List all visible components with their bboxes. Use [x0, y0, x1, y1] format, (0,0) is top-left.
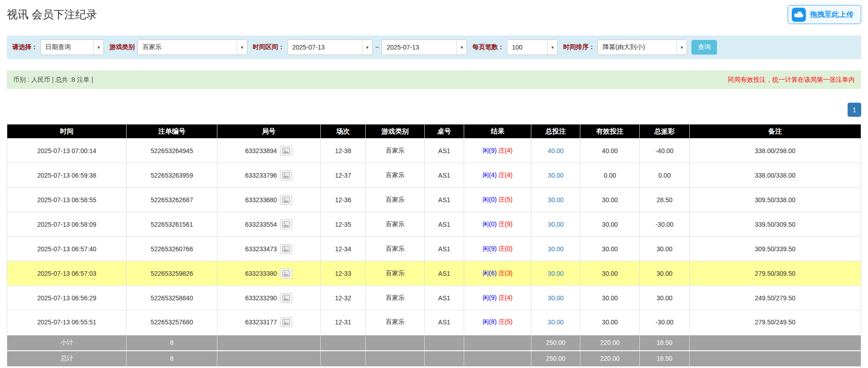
result-player: 闲(0) [483, 196, 497, 203]
cell-session: 12-32 [320, 286, 366, 310]
cell-game-type: 百家乐 [366, 163, 425, 188]
date-from-select[interactable]: 2025-07-13 ▾ [287, 40, 373, 55]
result-banker: 庄(4) [499, 147, 513, 154]
cell-result: 闲(0) 庄(5) [464, 188, 531, 212]
cell-game-type: 百家乐 [366, 188, 425, 212]
cell-remark: 279.50/309.50 [689, 261, 861, 286]
round-image-button[interactable] [280, 146, 292, 156]
game-type-label: 游戏类别 [109, 43, 135, 51]
total-bet-link[interactable]: 30.00 [548, 294, 564, 302]
table-row[interactable]: 2025-07-13 06:55:51522653257680633233177… [7, 310, 861, 335]
total-row-game-type [366, 351, 425, 367]
cell-remark: 309.50/338.00 [689, 188, 861, 212]
table-row[interactable]: 2025-07-13 06:59:38522653263959633233796… [7, 163, 861, 188]
total-bet-link[interactable]: 30.00 [548, 318, 564, 326]
chevron-down-icon[interactable]: ▾ [677, 40, 687, 55]
total-bet-link[interactable]: 30.00 [548, 270, 564, 277]
column-header-8: 有效投注 [580, 124, 640, 139]
cell-remark: 339.50/309.50 [689, 212, 861, 237]
column-header-2: 局号 [217, 124, 320, 139]
chevron-down-icon[interactable]: ▾ [237, 40, 247, 55]
round-image-button[interactable] [280, 219, 292, 229]
total-bet-link[interactable]: 30.00 [548, 172, 564, 179]
cell-time: 2025-07-13 07:00:14 [7, 139, 127, 163]
chevron-down-icon[interactable]: ▾ [93, 40, 103, 55]
cell-total-bet: 30.00 [531, 261, 580, 286]
round-image-button[interactable] [280, 293, 292, 303]
game-type-select[interactable]: 百家乐 ▾ [137, 40, 247, 55]
search-button[interactable]: 查询 [691, 40, 717, 55]
image-icon [282, 148, 290, 154]
cell-total-bet: 40.00 [531, 139, 580, 163]
round-image-button[interactable] [280, 244, 292, 254]
cell-payout: -30.00 [640, 310, 689, 335]
round-image-button[interactable] [280, 195, 292, 205]
cell-valid-bet: 30.00 [580, 310, 640, 335]
cell-time: 2025-07-13 06:59:38 [7, 163, 127, 188]
cell-session: 12-34 [320, 237, 366, 261]
cell-bet-id: 522653264945 [127, 139, 217, 163]
table-row[interactable]: 2025-07-13 07:00:14522653264945633233894… [7, 139, 861, 163]
total-row-table-no [425, 351, 464, 367]
cloud-upload-icon [792, 8, 806, 22]
cell-payout: 30.00 [640, 286, 689, 310]
total-row-count: 8 [127, 351, 217, 367]
cell-session: 12-33 [320, 261, 366, 286]
summary-bar: 币别 : 人民币 | 总共 :8 注单 | 同局有效投注，统一计算在该局第一张注… [7, 70, 861, 89]
chevron-down-icon[interactable]: ▾ [547, 40, 557, 55]
subtotal-row-table-no [425, 335, 464, 351]
total-row: 总计8250.00220.0018.50 [7, 351, 861, 367]
cell-bet-id: 522653260766 [127, 237, 217, 261]
query-type-select[interactable]: 日期查询 ▾ [40, 40, 104, 55]
cell-total-bet: 30.00 [531, 212, 580, 237]
table-row[interactable]: 2025-07-13 06:56:29522653258840633233290… [7, 286, 861, 310]
cell-table-no: AS1 [425, 188, 464, 212]
chevron-down-icon[interactable]: ▾ [456, 40, 466, 55]
cell-valid-bet: 0.00 [580, 163, 640, 188]
date-to-select[interactable]: 2025-07-13 ▾ [382, 40, 467, 55]
pagination: 1 [7, 103, 861, 117]
round-image-button[interactable] [280, 170, 292, 180]
table-header-row: 时间注单编号局号场次游戏类别桌号结果总投注有效投注总派彩备注 [7, 124, 861, 139]
table-row[interactable]: 2025-07-13 06:57:03522653259826633233380… [7, 261, 861, 286]
cell-valid-bet: 30.00 [580, 261, 640, 286]
column-header-7: 总投注 [531, 124, 580, 139]
total-bet-link[interactable]: 30.00 [548, 221, 564, 228]
result-banker: 庄(5) [499, 196, 513, 203]
sort-order-label: 时间排序： [563, 43, 595, 51]
cell-valid-bet: 30.00 [580, 286, 640, 310]
cell-bet-id: 522653262687 [127, 188, 217, 212]
round-image-button[interactable] [280, 269, 292, 278]
table-row[interactable]: 2025-07-13 06:57:40522653260766633233473… [7, 237, 861, 261]
cell-payout: -40.00 [640, 139, 689, 163]
round-image-button[interactable] [280, 317, 292, 327]
total-bet-link[interactable]: 40.00 [548, 147, 564, 154]
table-row[interactable]: 2025-07-13 06:58:09522653261561633233554… [7, 212, 861, 237]
filter-bar: 请选择： 日期查询 ▾ 游戏类别 百家乐 ▾ 时间区间： 2025-07-13 … [7, 35, 861, 59]
image-icon [282, 197, 290, 203]
subtotal-row-remark [689, 335, 861, 351]
page-button-1[interactable]: 1 [848, 103, 861, 117]
round-id-text: 633233894 [245, 147, 277, 154]
table-row[interactable]: 2025-07-13 06:58:55522653262687633233680… [7, 188, 861, 212]
chevron-down-icon[interactable]: ▾ [362, 40, 372, 55]
cell-valid-bet: 30.00 [580, 212, 640, 237]
sort-order-select[interactable]: 降冪(由大到小) ▾ [598, 40, 687, 55]
image-icon [282, 246, 290, 252]
round-id-text: 633233680 [245, 196, 277, 204]
result-player: 闲(0) [483, 220, 497, 228]
sort-order-value: 降冪(由大到小) [598, 40, 677, 55]
image-icon [282, 172, 290, 179]
cell-session: 12-38 [320, 139, 366, 163]
result-player: 闲(4) [483, 171, 497, 179]
subtotal-row-round-id [217, 335, 320, 351]
cell-table-no: AS1 [425, 212, 464, 237]
date-from-value: 2025-07-13 [288, 40, 362, 55]
upload-dropzone-button[interactable]: 拖拽至此上传 [788, 5, 861, 24]
total-bet-link[interactable]: 30.00 [548, 245, 564, 253]
cell-result: 闲(9) 庄(0) [464, 237, 531, 261]
cell-table-no: AS1 [425, 237, 464, 261]
date-to-value: 2025-07-13 [382, 40, 456, 55]
page-size-select[interactable]: 100 ▾ [507, 40, 558, 55]
total-bet-link[interactable]: 30.00 [548, 196, 564, 204]
